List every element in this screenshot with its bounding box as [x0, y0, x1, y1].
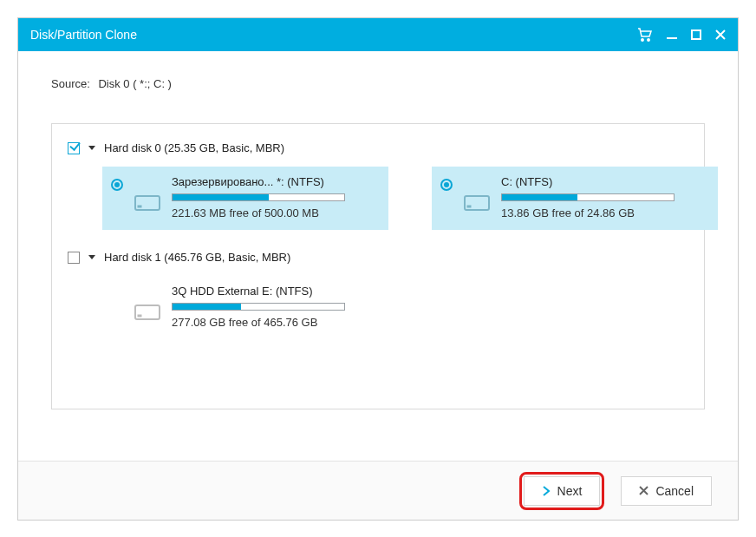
partition-card-1-0[interactable]: 3Q HDD External E: (NTFS) 277.08 GB free…	[102, 276, 388, 339]
partition-title: Зарезервировано... *: (NTFS)	[172, 175, 345, 188]
cart-icon[interactable]	[637, 28, 653, 42]
maximize-icon[interactable]	[691, 29, 701, 40]
svg-rect-9	[138, 315, 141, 317]
disk-label-1: Hard disk 1 (465.76 GB, Basic, MBR)	[104, 251, 290, 264]
svg-rect-8	[135, 305, 160, 319]
usage-bar	[172, 303, 345, 311]
chevron-down-icon[interactable]	[88, 146, 95, 150]
partition-radio-0-0[interactable]	[111, 179, 123, 191]
svg-rect-3	[692, 30, 701, 39]
minimize-icon[interactable]	[667, 29, 677, 40]
disk-row-0[interactable]: Hard disk 0 (25.35 GB, Basic, MBR)	[68, 136, 688, 160]
partition-card-0-1[interactable]: C: (NTFS) 13.86 GB free of 24.86 GB	[432, 167, 718, 230]
partition-info: Зарезервировано... *: (NTFS) 221.63 MB f…	[172, 175, 345, 219]
usage-bar	[172, 193, 345, 201]
partition-free: 13.86 GB free of 24.86 GB	[501, 206, 675, 219]
svg-rect-5	[138, 206, 141, 207]
disk-checkbox-0[interactable]	[68, 142, 80, 154]
clone-window: Disk/Partition Clone Source: Disk 0 ( *:…	[17, 17, 739, 521]
disk-icon	[134, 300, 161, 324]
svg-rect-2	[667, 37, 677, 39]
source-label: Source:	[51, 77, 90, 90]
svg-rect-7	[467, 206, 471, 207]
source-value: Disk 0 ( *:; C: )	[98, 77, 172, 90]
close-icon[interactable]	[715, 29, 726, 40]
svg-rect-4	[135, 196, 160, 210]
partition-free: 277.08 GB free of 465.76 GB	[172, 316, 345, 329]
close-icon	[639, 486, 648, 495]
titlebar: Disk/Partition Clone	[18, 18, 738, 51]
partition-card-0-0[interactable]: Зарезервировано... *: (NTFS) 221.63 MB f…	[102, 167, 388, 230]
disk-label-0: Hard disk 0 (25.35 GB, Basic, MBR)	[104, 141, 284, 154]
disk-row-1[interactable]: Hard disk 1 (465.76 GB, Basic, MBR)	[68, 246, 688, 269]
cancel-button[interactable]: Cancel	[621, 476, 712, 506]
chevron-right-icon	[542, 486, 551, 496]
partition-radio-0-1[interactable]	[440, 179, 453, 191]
next-button[interactable]: Next	[524, 476, 601, 506]
svg-rect-6	[465, 196, 489, 210]
cancel-label: Cancel	[655, 484, 694, 498]
window-title: Disk/Partition Clone	[30, 28, 137, 42]
partition-free: 221.63 MB free of 500.00 MB	[172, 206, 345, 219]
chevron-down-icon[interactable]	[88, 255, 95, 259]
titlebar-controls	[637, 28, 726, 42]
partitions-disk-1: 3Q HDD External E: (NTFS) 277.08 GB free…	[102, 276, 688, 339]
partitions-disk-0: Зарезервировано... *: (NTFS) 221.63 MB f…	[102, 167, 688, 230]
disk-checkbox-1[interactable]	[68, 252, 80, 264]
source-row: Source: Disk 0 ( *:; C: )	[18, 51, 738, 102]
partition-info: C: (NTFS) 13.86 GB free of 24.86 GB	[501, 175, 675, 219]
partition-info: 3Q HDD External E: (NTFS) 277.08 GB free…	[172, 285, 345, 329]
partition-title: 3Q HDD External E: (NTFS)	[172, 285, 345, 298]
usage-bar	[501, 193, 675, 201]
disk-icon	[134, 191, 161, 215]
disk-icon	[463, 191, 491, 215]
svg-point-0	[642, 39, 643, 41]
svg-point-1	[648, 39, 649, 41]
disk-selection-panel: Hard disk 0 (25.35 GB, Basic, MBR) Зарез…	[51, 123, 705, 409]
next-label: Next	[557, 484, 583, 498]
footer: Next Cancel	[18, 461, 738, 520]
partition-title: C: (NTFS)	[501, 175, 675, 188]
